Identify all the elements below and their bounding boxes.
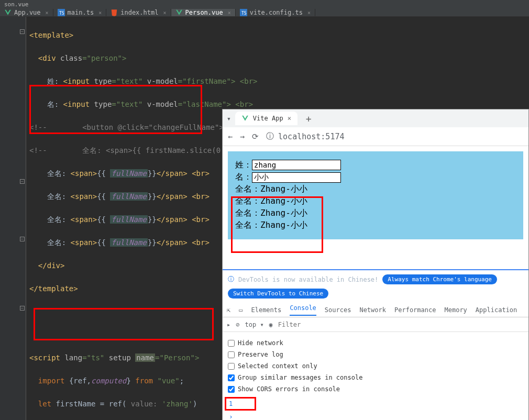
match-language-button[interactable]: Always match Chrome's language [382,274,497,284]
fold-column: − − − − [19,17,26,420]
chk-hide-network[interactable]: Hide network [228,339,523,347]
tab-vite-config[interactable]: TSvite.config.ts× [236,9,315,16]
label-ming: 名： [235,172,252,182]
label-full: 全名： [235,184,260,194]
svg-text:TS: TS [59,10,64,16]
clear-icon[interactable]: ⊘ [236,321,239,328]
close-icon[interactable]: × [307,10,311,16]
fold-marker[interactable]: − [20,237,25,241]
fold-marker[interactable]: − [20,306,25,311]
chk-selected-context[interactable]: Selected context only [228,362,523,370]
context-select[interactable]: top ▾ [245,321,263,328]
devtab-elements[interactable]: Elements [251,306,281,314]
close-icon[interactable]: × [288,115,291,122]
vue-icon [175,9,183,16]
back-icon[interactable]: ← [228,132,233,141]
device-icon[interactable]: ▭ [239,306,243,314]
ts-icon: TS [240,9,247,16]
new-tab-button[interactable]: + [302,113,316,124]
devtab-memory[interactable]: Memory [444,306,467,314]
chk-preserve-log[interactable]: Preserve log [228,351,523,358]
chevron-down-icon[interactable]: ▾ [227,115,231,123]
firstname-input[interactable] [252,160,341,170]
vue-icon [4,9,12,16]
console-settings: Hide network Preserve log Selected conte… [223,332,528,400]
filename-label: son.vue [0,0,529,9]
browser-nav: ← → ⟳ ⓘ localhost:5174 [223,127,528,146]
html-icon [111,9,118,16]
console-toolbar: ▸ ⊘ top ▾ ◉ [223,317,528,332]
line-gutter [0,17,19,420]
info-icon[interactable]: ⓘ [266,131,274,141]
svg-text:TS: TS [241,10,247,16]
close-icon[interactable]: × [46,10,49,16]
browser-tabbar: ▾ Vite App × + [223,109,528,127]
reload-icon[interactable]: ⟳ [252,132,259,141]
inspect-icon[interactable]: ⇱ [227,306,230,314]
person-card: 姓： 名： 全名：Zhang-小小 全名：Zhang-小小 全名：Zhang-小… [228,151,523,239]
vue-icon [241,115,249,122]
devtools-tabs: ⇱ ▭ Elements Console Sources Network Per… [223,303,528,317]
page-body: 姓： 名： 全名：Zhang-小小 全名：Zhang-小小 全名：Zhang-小… [223,146,528,245]
filter-input[interactable] [278,321,524,328]
devtab-application[interactable]: Application [476,306,517,314]
devtab-sources[interactable]: Sources [325,306,351,314]
chk-cors-errors[interactable]: Show CORS errors in console [228,385,523,393]
close-icon[interactable]: × [163,10,166,16]
devtab-network[interactable]: Network [359,306,386,314]
eye-icon[interactable]: ◉ [269,321,273,328]
main-area: − − − − <template> <div class="person"> … [0,17,529,420]
forward-icon[interactable]: → [240,132,245,141]
tab-app-vue[interactable]: App.vue× [0,9,53,16]
info-icon: ⓘ [228,275,234,284]
close-icon[interactable]: × [228,10,231,16]
fullname-value: Zhang-小小 [260,184,307,194]
tab-person-vue[interactable]: Person.vue× [171,9,236,16]
tab-main-ts[interactable]: TSmain.ts× [53,9,107,16]
url-bar[interactable]: ⓘ localhost:5174 [266,131,344,141]
devtab-console[interactable]: Console [290,304,316,316]
editor-tabs: App.vue× TSmain.ts× index.html× Person.v… [0,9,529,17]
ts-icon: TS [58,9,65,16]
switch-language-button[interactable]: Switch DevTools to Chinese [228,289,328,299]
console-output: 1 › [223,400,528,420]
close-icon[interactable]: × [98,10,102,16]
devtools-banner: ⓘ DevTools is now available in Chinese! … [223,269,528,303]
browser-window: ▾ Vite App × + ← → ⟳ ⓘ localhost:5174 姓：… [222,109,529,420]
devtab-performance[interactable]: Performance [394,306,436,314]
label-xing: 姓： [235,160,252,170]
tab-index-html[interactable]: index.html× [106,9,171,16]
fold-marker[interactable]: − [20,179,25,184]
fold-marker[interactable]: − [20,29,25,34]
sidebar-toggle-icon[interactable]: ▸ [227,321,230,328]
chk-group-similar[interactable]: Group similar messages in console [228,374,523,381]
browser-tab[interactable]: Vite App × [235,112,297,125]
lastname-input[interactable] [252,172,341,183]
prompt-icon[interactable]: › [229,413,522,420]
console-log-value: 1 [229,400,522,407]
